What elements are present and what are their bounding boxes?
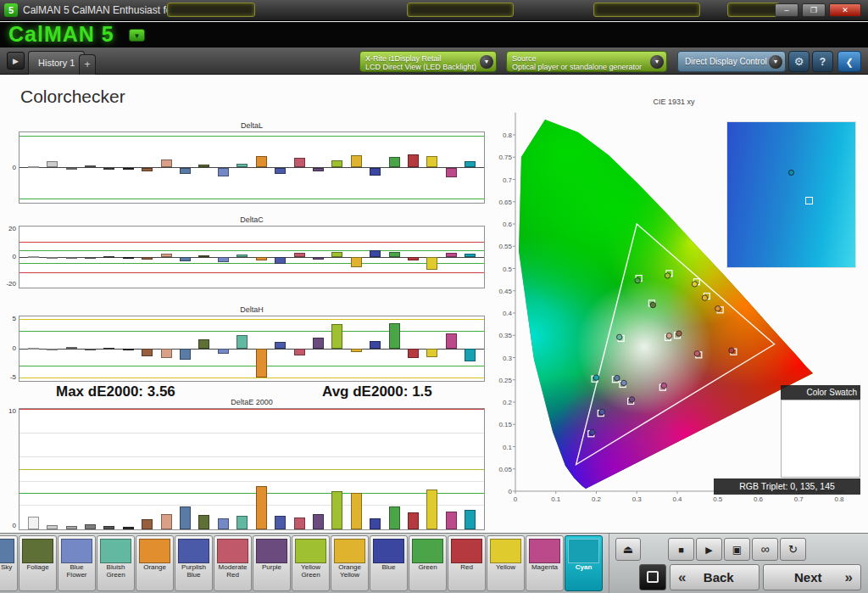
delta-h-chart: DeltaH 50-5 <box>0 316 487 382</box>
background-window-button <box>407 3 514 17</box>
tab-scroll-arrow-button[interactable]: ▶ <box>7 52 25 70</box>
settings-gear-button[interactable]: ⚙ <box>788 51 810 72</box>
x-tick-label: 0.5 <box>713 495 723 503</box>
y-tick-label: 0.5 <box>503 266 513 273</box>
continuous-measure-button[interactable]: ∞ <box>752 538 778 561</box>
patch-button-purple[interactable]: Purple <box>253 535 291 591</box>
meter-dropdown-line2: LCD Direct View (LED Backlight) <box>360 63 496 71</box>
chart-bar <box>218 257 229 262</box>
patch-color-swatch <box>529 539 560 563</box>
patch-color-swatch <box>412 539 443 563</box>
add-tab-button[interactable]: + <box>79 54 96 75</box>
blackout-toggle-button[interactable] <box>639 564 666 590</box>
x-tick-label: 0.3 <box>632 495 643 503</box>
chart-bar <box>465 161 476 167</box>
stop-button[interactable]: ■ <box>668 538 694 561</box>
patch-button-blue-sky[interactable]: Blue Sky <box>0 535 18 591</box>
chart-bar <box>426 257 437 270</box>
y-tick-label: 0.25 <box>498 377 512 384</box>
pattern-window-button[interactable]: ▣ <box>724 538 750 561</box>
source-dropdown[interactable]: Source Optical player or standalone gene… <box>506 51 667 72</box>
tab-history-1[interactable]: History 1 <box>28 51 85 75</box>
y-axis-label: 0 <box>0 253 16 260</box>
maximize-button[interactable]: ❐ <box>802 3 826 17</box>
divider <box>609 534 609 593</box>
x-tick-label: 0.4 <box>672 495 682 503</box>
chart-bar <box>351 349 362 352</box>
minimize-button[interactable]: – <box>775 3 798 17</box>
collapse-panel-button[interactable]: ❮ <box>837 51 861 72</box>
patch-label: Red <box>448 564 485 572</box>
color-swatch-label: Color Swatch <box>781 385 860 400</box>
logo-dropdown-button[interactable]: ▼ <box>129 29 145 42</box>
chart-bar <box>426 349 437 357</box>
chart-bar <box>85 349 96 350</box>
patch-label: Blue <box>370 564 407 572</box>
patch-button-purplish-blue[interactable]: Purplish Blue <box>175 535 213 591</box>
patch-button-yellow[interactable]: Yellow <box>487 535 525 591</box>
eject-button[interactable]: ⏏ <box>615 538 641 561</box>
y-axis-label: 0 <box>0 522 16 529</box>
patch-button-red[interactable]: Red <box>448 535 486 591</box>
chart-bar <box>351 155 362 167</box>
chart-bar <box>294 517 305 529</box>
chart-bar <box>446 168 457 178</box>
close-button[interactable]: ✕ <box>829 3 861 17</box>
patch-button-cyan[interactable]: Cyan <box>565 535 603 591</box>
patch-button-orange[interactable]: Orange <box>136 535 174 591</box>
chart-bar <box>275 342 286 349</box>
help-button[interactable]: ? <box>812 51 833 72</box>
patch-button-moderate-red[interactable]: Moderate Red <box>214 535 252 591</box>
calman-logo: CalMAN 5 <box>8 22 114 47</box>
source-dropdown-line1: Source <box>507 52 666 63</box>
loop-button[interactable]: ↻ <box>780 538 806 561</box>
chart-bar <box>123 168 134 170</box>
chart-bar <box>28 256 39 258</box>
patch-color-swatch <box>217 539 248 563</box>
chart-bar <box>218 168 229 177</box>
patch-button-magenta[interactable]: Magenta <box>526 535 564 591</box>
play-button[interactable]: ▶ <box>696 538 722 561</box>
patch-label: Yellow Green <box>292 564 329 579</box>
x-tick-label: 0.2 <box>592 495 602 503</box>
patch-button-blue-flower[interactable]: Blue Flower <box>58 535 96 591</box>
chevron-down-icon[interactable]: ▼ <box>650 55 664 69</box>
y-tick-label: 0.4 <box>503 310 513 317</box>
chart-bar <box>351 257 362 267</box>
reference-line <box>19 250 484 251</box>
patch-button-blue[interactable]: Blue <box>370 535 408 591</box>
display-control-dropdown[interactable]: Direct Display Control ▼ <box>677 51 786 72</box>
chart-bar <box>408 349 419 358</box>
cie-measured-marker <box>621 380 626 385</box>
patch-button-green[interactable]: Green <box>409 535 447 591</box>
x-tick-label: 0.6 <box>754 495 764 503</box>
background-window-button <box>167 3 255 17</box>
y-axis-label: 10 <box>0 407 16 415</box>
cie-measured-marker <box>694 351 699 356</box>
patch-label: Orange Yellow <box>331 564 368 579</box>
chevron-down-icon[interactable]: ▼ <box>769 55 782 69</box>
y-tick-label: 0.35 <box>498 332 512 339</box>
patch-button-bluish-green[interactable]: Bluish Green <box>97 535 135 591</box>
chart-bar <box>28 348 39 350</box>
reference-line <box>19 378 484 378</box>
chart-bar <box>142 349 153 356</box>
next-button[interactable]: Next » <box>763 564 861 590</box>
chevron-down-icon[interactable]: ▼ <box>480 55 493 69</box>
patch-button-orange-yellow[interactable]: Orange Yellow <box>331 535 369 591</box>
blackout-icon <box>647 571 659 583</box>
chart-bar <box>294 158 305 167</box>
y-tick-label: 0.8 <box>503 131 513 139</box>
back-button[interactable]: « Back <box>670 564 760 590</box>
reference-line <box>19 136 484 137</box>
chart-bar <box>389 506 400 529</box>
patch-button-yellow-green[interactable]: Yellow Green <box>292 535 330 591</box>
chart-bar <box>236 164 248 168</box>
chart-bar <box>370 250 381 257</box>
y-axis-label: -20 <box>0 280 16 288</box>
chart-bar <box>123 257 134 259</box>
meter-dropdown[interactable]: X-Rite i1Display Retail LCD Direct View … <box>359 51 497 72</box>
app-window: 5 CalMAN 5 CalMAN Enthusiast for Home Vi… <box>0 0 868 593</box>
cie-measured-marker <box>702 295 707 300</box>
patch-button-foliage[interactable]: Foliage <box>19 535 57 591</box>
